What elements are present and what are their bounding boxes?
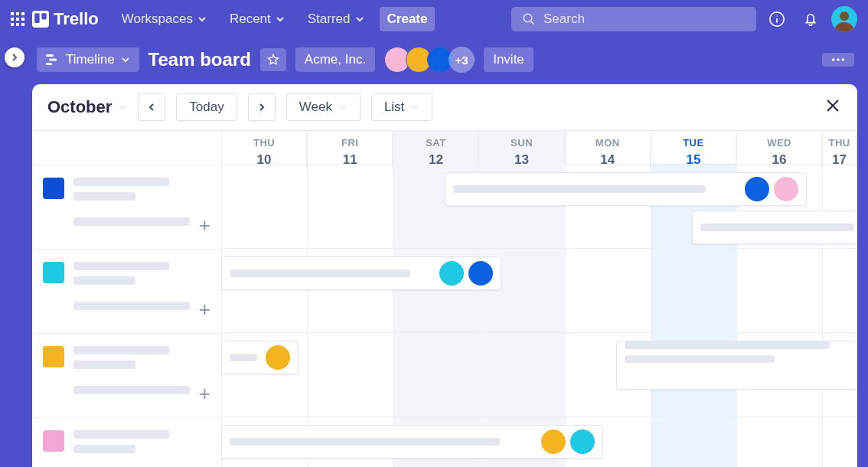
day-column-header: WED16 xyxy=(737,131,823,168)
svg-rect-2 xyxy=(21,12,24,15)
next-period-button[interactable] xyxy=(248,93,276,121)
board-bar: Timeline Team board Acme, Inc. +3 Invite xyxy=(32,38,868,81)
svg-rect-7 xyxy=(16,23,19,26)
view-switcher[interactable]: Timeline xyxy=(37,47,139,72)
chevron-right-icon xyxy=(257,103,266,112)
svg-point-16 xyxy=(776,15,777,16)
card-member-avatar xyxy=(541,429,566,454)
starred-menu[interactable]: Starred xyxy=(300,7,372,31)
svg-point-22 xyxy=(832,58,835,61)
timeline-icon xyxy=(46,53,60,67)
svg-rect-5 xyxy=(21,18,24,21)
info-button[interactable] xyxy=(764,6,790,32)
search-icon xyxy=(522,12,536,26)
today-button[interactable]: Today xyxy=(176,93,237,121)
list-row: + xyxy=(32,250,221,334)
notifications-button[interactable] xyxy=(798,6,824,32)
day-column-header: TUE15 xyxy=(651,131,737,168)
create-button[interactable]: Create xyxy=(380,7,436,31)
recent-menu[interactable]: Recent xyxy=(222,7,292,31)
more-members-badge[interactable]: +3 xyxy=(449,47,475,73)
svg-rect-4 xyxy=(16,18,19,21)
star-icon xyxy=(266,53,280,67)
prev-period-button[interactable] xyxy=(138,93,165,121)
star-board-button[interactable] xyxy=(260,48,286,71)
timeline-panel: October Today Week List +++ xyxy=(32,84,857,467)
svg-rect-19 xyxy=(46,54,54,57)
timeline-card[interactable] xyxy=(222,425,603,459)
workspaces-menu[interactable]: Workspaces xyxy=(114,7,214,31)
add-card-button[interactable]: + xyxy=(199,215,210,235)
svg-point-18 xyxy=(835,22,853,32)
chevron-right-icon xyxy=(10,53,19,62)
board-members[interactable]: +3 xyxy=(384,47,475,73)
list-row: + xyxy=(32,165,221,250)
chevron-left-icon xyxy=(147,103,156,112)
grouping-selector[interactable]: List xyxy=(371,93,432,121)
timeline-card[interactable] xyxy=(616,341,857,390)
day-column-header: FRI11 xyxy=(308,131,393,168)
add-card-button[interactable]: + xyxy=(199,299,210,319)
svg-rect-1 xyxy=(16,12,19,15)
expand-sidebar-button[interactable] xyxy=(5,47,24,67)
card-member-avatar xyxy=(570,429,595,454)
list-icon xyxy=(43,262,64,283)
svg-rect-3 xyxy=(11,18,14,21)
month-selector[interactable]: October xyxy=(47,97,127,117)
timeline-card[interactable] xyxy=(445,172,807,206)
list-row xyxy=(32,418,221,467)
calendar: +++ THU10FRI11SAT12SUN13MON14TUE15WED16T… xyxy=(32,130,857,467)
board-menu-button[interactable] xyxy=(822,53,854,67)
chevron-down-icon xyxy=(121,55,130,64)
close-panel-button[interactable] xyxy=(824,96,842,118)
invite-button[interactable]: Invite xyxy=(484,47,534,72)
add-card-button[interactable]: + xyxy=(199,384,210,403)
card-member-avatar xyxy=(439,261,464,286)
svg-point-12 xyxy=(524,14,532,22)
day-column-header: THU17 xyxy=(823,131,857,168)
svg-rect-21 xyxy=(46,63,52,65)
close-icon xyxy=(824,96,842,115)
timeline-card[interactable] xyxy=(692,211,857,244)
card-member-avatar xyxy=(266,345,290,370)
svg-line-13 xyxy=(530,21,534,24)
day-column-header: SAT12 xyxy=(393,131,479,168)
bell-icon xyxy=(802,11,819,28)
brand-text: Trello xyxy=(54,9,99,29)
list-row: + xyxy=(32,334,221,418)
apps-menu-icon[interactable] xyxy=(11,12,24,26)
timeline-card[interactable] xyxy=(222,256,501,290)
svg-rect-11 xyxy=(41,13,46,19)
chevron-down-icon xyxy=(410,103,419,112)
timeline-side: +++ xyxy=(32,130,222,467)
range-selector[interactable]: Week xyxy=(286,93,361,121)
trello-logo[interactable]: Trello xyxy=(32,9,99,29)
workspace-button[interactable]: Acme, Inc. xyxy=(295,47,375,72)
top-nav: Trello Workspaces Recent Starred Create … xyxy=(0,0,868,38)
user-avatar[interactable] xyxy=(831,6,857,32)
board-title[interactable]: Team board xyxy=(148,49,251,70)
timeline-grid[interactable]: THU10FRI11SAT12SUN13MON14TUE15WED16THU17 xyxy=(222,130,857,467)
card-member-avatar xyxy=(745,177,769,201)
timeline-card[interactable] xyxy=(222,341,299,374)
svg-rect-8 xyxy=(21,23,24,26)
day-header: THU10FRI11SAT12SUN13MON14TUE15WED16THU17 xyxy=(222,130,857,165)
list-icon xyxy=(43,430,64,452)
chevron-down-icon xyxy=(118,103,127,112)
svg-rect-0 xyxy=(11,12,14,15)
info-icon xyxy=(768,11,785,28)
card-member-avatar xyxy=(468,261,493,286)
list-icon xyxy=(43,178,64,199)
timeline-toolbar: October Today Week List xyxy=(32,84,857,130)
search-input[interactable]: Search xyxy=(511,7,756,31)
svg-point-17 xyxy=(840,11,849,21)
chevron-down-icon xyxy=(338,103,348,112)
svg-rect-6 xyxy=(11,23,14,26)
svg-rect-20 xyxy=(49,59,57,61)
day-column-header: THU10 xyxy=(222,131,308,168)
svg-point-24 xyxy=(842,58,845,61)
day-column-header: SUN13 xyxy=(479,131,565,168)
ellipsis-icon xyxy=(831,57,845,62)
svg-rect-10 xyxy=(34,13,39,23)
svg-point-23 xyxy=(837,58,840,61)
